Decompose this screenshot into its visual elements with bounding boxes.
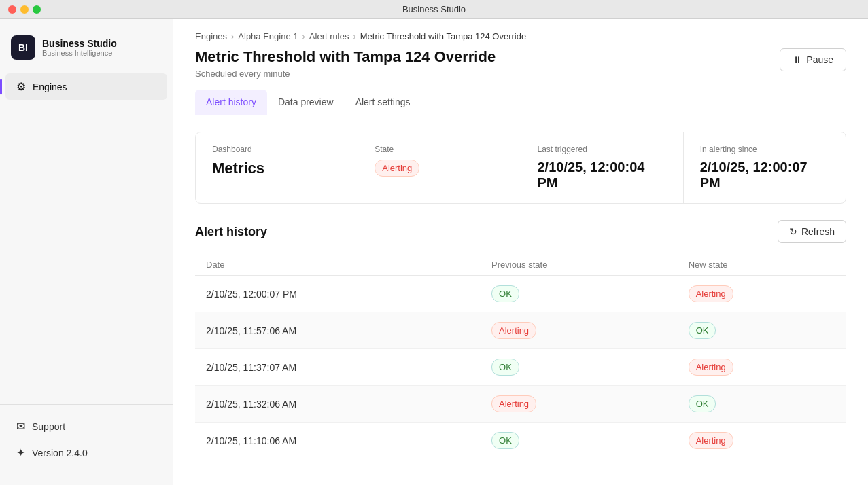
tab-data-preview[interactable]: Data preview <box>267 90 345 115</box>
stat-dashboard-label: Dashboard <box>212 145 341 154</box>
breadcrumb-engines[interactable]: Engines <box>195 31 227 41</box>
col-date: Date <box>195 254 481 276</box>
col-new-state: New state <box>678 254 846 276</box>
window-title: Business Studio <box>402 4 466 14</box>
new-state-badge: Alerting <box>689 432 733 449</box>
sidebar-item-version: ✦ Version 2.4.0 <box>5 439 167 466</box>
new-state-badge: OK <box>689 322 716 339</box>
cell-date: 2/10/25, 11:10:06 AM <box>195 423 481 459</box>
state-badge: Alerting <box>375 160 419 177</box>
prev-state-badge: OK <box>491 359 519 376</box>
tab-alert-settings[interactable]: Alert settings <box>345 90 421 115</box>
stat-dashboard: Dashboard Metrics <box>196 132 358 203</box>
cell-date: 2/10/25, 12:00:07 PM <box>195 276 481 312</box>
window-controls <box>8 5 41 14</box>
stat-last-triggered-value: 2/10/25, 12:00:04 PM <box>538 160 667 191</box>
page-subtitle: Scheduled every minute <box>195 69 496 79</box>
cell-prev-state: OK <box>481 276 678 312</box>
minimize-button[interactable] <box>20 5 29 14</box>
prev-state-badge: OK <box>491 285 519 302</box>
page-title-block: Metric Threshold with Tampa 124 Override… <box>195 48 496 79</box>
cell-new-state: OK <box>678 386 846 423</box>
logo-icon: BI <box>11 35 35 60</box>
alert-history-section: Alert history ↻ Refresh Date Previous st… <box>173 220 868 485</box>
stat-alerting-since-label: In alerting since <box>700 145 829 154</box>
prev-state-badge: Alerting <box>491 322 536 339</box>
cell-date: 2/10/25, 11:57:06 AM <box>195 312 481 349</box>
cell-date: 2/10/25, 11:37:07 AM <box>195 349 481 386</box>
breadcrumb-current: Metric Threshold with Tampa 124 Override <box>360 31 526 41</box>
breadcrumb: Engines › Alpha Engine 1 › Alert rules ›… <box>173 19 868 48</box>
cell-new-state: OK <box>678 312 846 349</box>
new-state-badge: OK <box>689 395 716 412</box>
col-prev-state: Previous state <box>481 254 678 276</box>
breadcrumb-rules[interactable]: Alert rules <box>309 31 349 41</box>
tab-alert-history[interactable]: Alert history <box>195 90 267 115</box>
engines-icon: ⚙ <box>16 80 26 93</box>
stats-row: Dashboard Metrics State Alerting Last tr… <box>195 132 846 204</box>
refresh-icon: ↻ <box>789 226 797 237</box>
sidebar-bottom: ✉ Support ✦ Version 2.4.0 <box>0 404 173 474</box>
version-icon: ✦ <box>16 446 25 459</box>
cell-new-state: Alerting <box>678 349 846 386</box>
main-content: Engines › Alpha Engine 1 › Alert rules ›… <box>173 19 868 485</box>
stat-last-triggered-label: Last triggered <box>538 145 667 154</box>
app-subtitle: Business Intelligence <box>42 49 117 57</box>
new-state-badge: Alerting <box>689 359 733 376</box>
sidebar: BI Business Studio Business Intelligence… <box>0 19 173 485</box>
table-row: 2/10/25, 11:32:06 AMAlertingOK <box>195 386 846 423</box>
maximize-button[interactable] <box>33 5 41 14</box>
pause-icon: ⏸ <box>793 54 802 65</box>
support-icon: ✉ <box>16 420 25 433</box>
table-row: 2/10/25, 12:00:07 PMOKAlerting <box>195 276 846 312</box>
title-bar: Business Studio <box>0 0 868 19</box>
page-header: Metric Threshold with Tampa 124 Override… <box>173 48 868 90</box>
stat-state-label: State <box>375 145 504 154</box>
refresh-label: Refresh <box>801 226 835 237</box>
prev-state-badge: Alerting <box>491 395 536 412</box>
cell-prev-state: Alerting <box>481 312 678 349</box>
new-state-badge: Alerting <box>689 285 733 302</box>
page-title: Metric Threshold with Tampa 124 Override <box>195 48 496 66</box>
support-label: Support <box>32 421 65 432</box>
sidebar-nav: ⚙ Engines <box>0 73 173 404</box>
sidebar-logo: BI Business Studio Business Intelligence <box>0 30 173 73</box>
stat-last-triggered: Last triggered 2/10/25, 12:00:04 PM <box>521 132 684 203</box>
cell-prev-state: OK <box>481 423 678 459</box>
app-name: Business Studio <box>42 38 117 49</box>
stat-state: State Alerting <box>358 132 521 203</box>
prev-state-badge: OK <box>491 432 519 449</box>
sidebar-item-support[interactable]: ✉ Support <box>5 413 167 439</box>
stat-alerting-since-value: 2/10/25, 12:00:07 PM <box>700 160 829 191</box>
cell-prev-state: OK <box>481 349 678 386</box>
app-layout: BI Business Studio Business Intelligence… <box>0 19 868 485</box>
tabs: Alert history Data preview Alert setting… <box>173 90 868 115</box>
table-row: 2/10/25, 11:57:06 AMAlertingOK <box>195 312 846 349</box>
cell-prev-state: Alerting <box>481 386 678 423</box>
sidebar-item-label: Engines <box>33 82 67 92</box>
section-header: Alert history ↻ Refresh <box>195 220 846 243</box>
table-row: 2/10/25, 11:37:07 AMOKAlerting <box>195 349 846 386</box>
sidebar-item-engines[interactable]: ⚙ Engines <box>5 73 167 100</box>
cell-date: 2/10/25, 11:32:06 AM <box>195 386 481 423</box>
cell-new-state: Alerting <box>678 276 846 312</box>
logo-text: Business Studio Business Intelligence <box>42 38 117 57</box>
cell-new-state: Alerting <box>678 423 846 459</box>
table-row: 2/10/25, 11:10:06 AMOKAlerting <box>195 423 846 459</box>
stat-dashboard-value: Metrics <box>212 160 341 177</box>
breadcrumb-sep-2: › <box>302 31 305 41</box>
breadcrumb-sep-1: › <box>231 31 234 41</box>
breadcrumb-sep-3: › <box>353 31 355 41</box>
version-label: Version 2.4.0 <box>32 448 88 459</box>
alert-table: Date Previous state New state 2/10/25, 1… <box>195 254 846 459</box>
section-title: Alert history <box>195 225 267 239</box>
breadcrumb-engine[interactable]: Alpha Engine 1 <box>238 31 298 41</box>
pause-label: Pause <box>806 54 833 65</box>
refresh-button[interactable]: ↻ Refresh <box>778 220 846 243</box>
close-button[interactable] <box>8 5 16 14</box>
pause-button[interactable]: ⏸ Pause <box>780 48 846 71</box>
stat-alerting-since: In alerting since 2/10/25, 12:00:07 PM <box>684 132 846 203</box>
